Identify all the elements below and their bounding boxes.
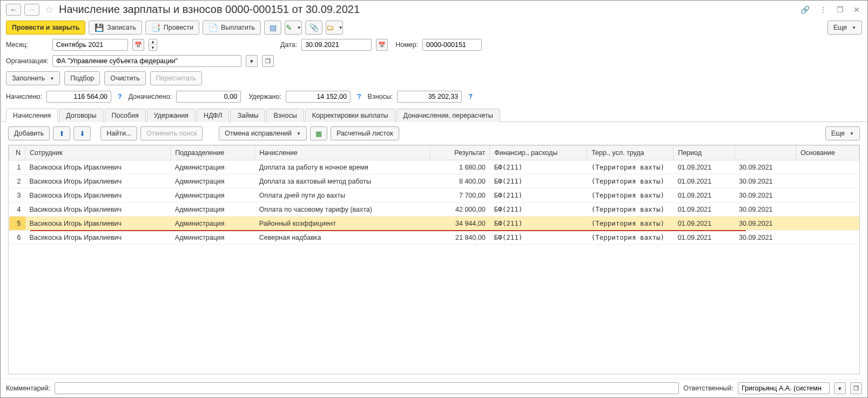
document-window: ← → ☆ Начисление зарплаты и взносов 0000… bbox=[0, 0, 868, 398]
responsible-dropdown-button[interactable]: ▾ bbox=[834, 382, 846, 394]
date-label: Дата: bbox=[280, 41, 297, 49]
col-header[interactable]: Период bbox=[674, 146, 735, 160]
table-cell: БФ(211) bbox=[490, 160, 587, 174]
col-header[interactable]: Начисление bbox=[255, 146, 430, 160]
save-button[interactable]: 💾Записать bbox=[89, 21, 142, 35]
table-cell: Васикоска Игорь Ираклиевич bbox=[25, 203, 171, 217]
org-dropdown-button[interactable]: ▾ bbox=[246, 55, 258, 67]
tab-4[interactable]: НДФЛ bbox=[197, 109, 230, 122]
print-icon: ▤ bbox=[270, 23, 277, 32]
month-field[interactable] bbox=[52, 39, 128, 51]
post-button[interactable]: 📑Провести bbox=[145, 21, 199, 35]
accrued-help-icon[interactable]: ? bbox=[116, 93, 124, 100]
table-row[interactable]: 3Васикоска Игорь ИраклиевичАдминистрация… bbox=[9, 188, 859, 203]
table-row[interactable]: 2Васикоска Игорь ИраклиевичАдминистрация… bbox=[9, 174, 859, 188]
show-details-button[interactable]: ▦ bbox=[310, 126, 327, 140]
window-close-icon[interactable]: ✕ bbox=[851, 5, 862, 14]
month-up-icon[interactable]: ▲ bbox=[149, 39, 157, 45]
add-accrued-label: Доначислено: bbox=[129, 93, 172, 100]
kebab-menu-icon[interactable]: ⋮ bbox=[817, 5, 829, 14]
col-header[interactable]: N bbox=[9, 146, 25, 160]
table-row[interactable]: 1Васикоска Игорь ИраклиевичАдминистрация… bbox=[9, 160, 859, 174]
move-up-button[interactable]: ⬆ bbox=[53, 126, 70, 140]
print-button[interactable]: ▤ bbox=[264, 21, 281, 35]
payslip-button[interactable]: Расчетный листок bbox=[331, 126, 399, 140]
table-cell: Оплата по часовому тарифу (вахта) bbox=[255, 203, 430, 217]
table-cell: (Территория вахты) bbox=[587, 160, 674, 174]
withheld-label: Удержано: bbox=[248, 93, 281, 100]
tab-7[interactable]: Корректировки выплаты bbox=[305, 109, 395, 122]
create-based-button[interactable]: 🗂▼ bbox=[326, 21, 343, 35]
col-header[interactable]: Основание bbox=[796, 146, 859, 160]
table-cell: 7 700,00 bbox=[430, 188, 490, 203]
table-row[interactable]: 6Васикоска Игорь ИраклиевичАдминистрация… bbox=[9, 231, 859, 245]
table-cell bbox=[796, 231, 859, 245]
edit-button[interactable]: ✎▼ bbox=[285, 21, 302, 35]
month-stepper[interactable]: ▲▼ bbox=[149, 39, 157, 51]
col-header[interactable]: Подразделение bbox=[171, 146, 255, 160]
tab-8[interactable]: Доначисления, перерасчеты bbox=[396, 109, 500, 122]
table-more-button[interactable]: Еще▼ bbox=[825, 126, 860, 140]
highlight-underline bbox=[30, 230, 746, 231]
post-and-close-button[interactable]: Провести и закрыть bbox=[6, 21, 85, 35]
tab-2[interactable]: Пособия bbox=[105, 109, 146, 122]
attach-button[interactable]: 📎 bbox=[305, 21, 322, 35]
org-open-button[interactable]: ❐ bbox=[262, 55, 274, 67]
add-accrued-value[interactable] bbox=[176, 91, 241, 103]
col-header[interactable]: Терр., усл. труда bbox=[587, 146, 674, 160]
col-header[interactable]: Сотрудник bbox=[25, 146, 171, 160]
tab-6[interactable]: Взносы bbox=[266, 109, 304, 122]
select-button[interactable]: Подбор bbox=[64, 71, 100, 85]
date-calendar-button[interactable]: 📅 bbox=[376, 39, 388, 51]
contrib-help-icon[interactable]: ? bbox=[466, 93, 475, 100]
add-row-button[interactable]: Добавить bbox=[8, 126, 50, 140]
table-cell: (Территория вахты) bbox=[587, 231, 674, 245]
table-cell: Районный коэффициент bbox=[255, 217, 430, 231]
org-field[interactable] bbox=[52, 55, 241, 67]
number-label: Номер: bbox=[395, 41, 418, 49]
tab-3[interactable]: Удержания bbox=[147, 109, 196, 122]
link-icon[interactable]: 🔗 bbox=[798, 5, 812, 14]
fill-button[interactable]: Заполнить▼ bbox=[6, 71, 60, 85]
table-cell: 5 bbox=[9, 217, 25, 231]
pay-button[interactable]: 📄Выплатить bbox=[203, 21, 261, 35]
table-row[interactable]: 4Васикоска Игорь ИраклиевичАдминистрация… bbox=[9, 203, 859, 217]
cancel-corrections-button[interactable]: Отмена исправлений▼ bbox=[219, 126, 307, 140]
month-down-icon[interactable]: ▼ bbox=[149, 45, 157, 50]
find-button[interactable]: Найти... bbox=[100, 126, 137, 140]
tab-0[interactable]: Начисления bbox=[6, 109, 58, 122]
contrib-label: Взносы: bbox=[368, 93, 393, 100]
more-button[interactable]: Еще▼ bbox=[827, 21, 862, 35]
fill-label: Заполнить bbox=[12, 75, 45, 82]
clear-button[interactable]: Очистить bbox=[104, 71, 145, 85]
withheld-value[interactable] bbox=[286, 91, 351, 103]
favorite-star-icon[interactable]: ☆ bbox=[45, 4, 53, 16]
responsible-field[interactable] bbox=[738, 382, 830, 394]
withheld-help-icon[interactable]: ? bbox=[355, 93, 364, 100]
col-header[interactable]: Финансир., расходы bbox=[490, 146, 587, 160]
move-down-button[interactable]: ⬇ bbox=[73, 126, 91, 140]
col-header[interactable]: Результат bbox=[430, 146, 490, 160]
arrow-down-icon: ⬇ bbox=[79, 130, 85, 138]
tab-5[interactable]: Займы bbox=[230, 109, 265, 122]
table-cell: 01.09.2021 bbox=[674, 217, 735, 231]
contrib-value[interactable] bbox=[397, 91, 462, 103]
table-cell bbox=[796, 188, 859, 203]
comment-field[interactable] bbox=[55, 382, 679, 394]
number-field[interactable] bbox=[422, 39, 482, 51]
table-row[interactable]: 5Васикоска Игорь ИраклиевичАдминистрация… bbox=[9, 217, 859, 231]
window-restore-icon[interactable]: ❐ bbox=[835, 5, 846, 14]
accrued-value[interactable] bbox=[46, 91, 111, 103]
col-header[interactable] bbox=[735, 146, 796, 160]
table-cell: БФ(211) bbox=[490, 188, 587, 203]
table-cell: 30.09.2021 bbox=[735, 203, 796, 217]
titlebar: ← → ☆ Начисление зарплаты и взносов 0000… bbox=[1, 1, 867, 18]
tab-1[interactable]: Договоры bbox=[59, 109, 103, 122]
table-cell: Администрация bbox=[171, 203, 255, 217]
date-field[interactable] bbox=[301, 39, 372, 51]
responsible-open-button[interactable]: ❐ bbox=[850, 382, 862, 394]
month-calendar-button[interactable]: 📅 bbox=[132, 39, 144, 51]
nav-forward-button[interactable]: → bbox=[24, 4, 39, 16]
responsible-label: Ответственный: bbox=[683, 384, 734, 392]
nav-back-button[interactable]: ← bbox=[6, 4, 21, 16]
